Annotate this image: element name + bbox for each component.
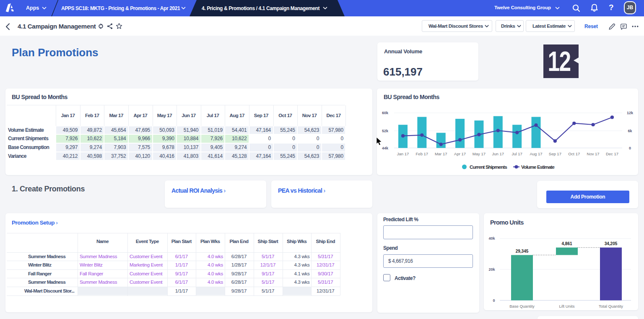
svg-text:0: 0 [629,146,631,150]
svg-text:29,345: 29,345 [516,249,529,254]
svg-text:Jan 17: Jan 17 [397,152,409,156]
svg-text:Jul 17: Jul 17 [512,152,522,156]
svg-text:60k: 60k [382,111,389,115]
svg-text:Current Shipments: Current Shipments [470,165,507,170]
svg-text:4,861: 4,861 [561,241,572,246]
svg-text:Nov 17: Nov 17 [587,152,600,156]
svg-text:Aug 17: Aug 17 [530,152,542,156]
svg-text:Base Quantity: Base Quantity [509,304,535,309]
svg-text:34,205: 34,205 [605,241,618,246]
svg-text:Oct 17: Oct 17 [568,152,580,156]
svg-text:0: 0 [493,298,495,303]
svg-text:44k: 44k [382,146,389,150]
svg-text:Sep 17: Sep 17 [549,152,561,156]
svg-text:Mar 17: Mar 17 [435,152,447,156]
svg-text:12: 12 [548,46,570,77]
svg-text:Apr 17: Apr 17 [454,152,466,156]
svg-text:6k: 6k [628,129,632,133]
svg-text:May 17: May 17 [473,152,486,156]
svg-text:52k: 52k [382,129,389,133]
svg-text:Total Quantity: Total Quantity [599,304,623,309]
svg-text:Jun 17: Jun 17 [492,152,504,156]
svg-text:Dec 17: Dec 17 [606,152,618,156]
svg-text:20k: 20k [488,267,495,272]
svg-text:Lift Units: Lift Units [559,304,575,309]
svg-text:40k: 40k [488,236,495,241]
svg-text:Feb 17: Feb 17 [416,152,428,156]
svg-text:Volume Estimate: Volume Estimate [521,165,555,170]
svg-text:12k: 12k [627,111,634,115]
